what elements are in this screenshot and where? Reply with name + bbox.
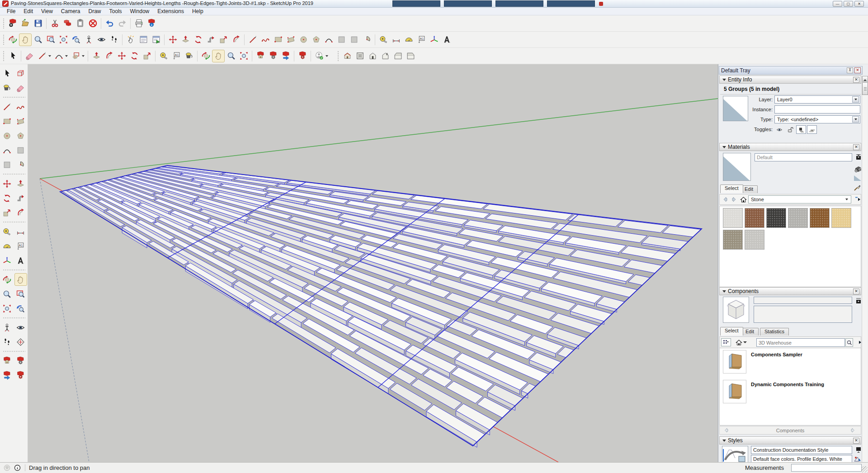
interact-tool-button[interactable] — [124, 33, 137, 46]
line-tool-button[interactable] — [36, 50, 48, 62]
rotate-tool-button[interactable] — [192, 33, 204, 46]
three-d-text-tool-button[interactable] — [440, 33, 453, 46]
dimension-tool-button[interactable] — [14, 225, 27, 238]
eraser-tool-button[interactable] — [14, 81, 27, 94]
undo-tool-button[interactable] — [103, 17, 116, 30]
chevron-down-icon[interactable] — [852, 96, 859, 103]
dimension-tool-button[interactable] — [390, 33, 402, 46]
scroll-up-icon[interactable] — [862, 76, 868, 82]
three-d-warehouse-tool-button[interactable] — [1, 355, 14, 367]
move-tool-button[interactable] — [1, 177, 14, 190]
component-attributes-tool-button[interactable] — [150, 33, 162, 46]
components-tab-select[interactable]: Select — [720, 327, 743, 336]
model-info-tool-button[interactable] — [145, 17, 158, 30]
look-around-tool-button[interactable] — [95, 33, 108, 46]
freehand-tool-button[interactable] — [14, 100, 27, 113]
rectangle-tool-button[interactable] — [272, 33, 284, 46]
style-name-field[interactable] — [751, 446, 852, 454]
rotated-rectangle-tool-button[interactable] — [284, 33, 297, 46]
pager-forward-icon[interactable] — [850, 427, 857, 434]
layer-select[interactable]: Layer0 — [774, 95, 860, 104]
text-tool-button[interactable]: A1 — [170, 50, 183, 62]
position-camera-tool-button[interactable] — [1, 321, 14, 334]
menu-view[interactable]: View — [37, 8, 57, 15]
share-model-tool-button[interactable] — [279, 50, 292, 62]
eraser-tool-button[interactable] — [23, 50, 36, 62]
secondary-pane-icon[interactable] — [855, 297, 862, 305]
freehand-tool-button[interactable] — [259, 33, 272, 46]
view-front-tool-button[interactable] — [366, 50, 379, 62]
style-edit-icon[interactable] — [854, 456, 861, 462]
toggle-receive-shadows-icon[interactable] — [807, 125, 817, 134]
zoom-tool-button[interactable] — [225, 50, 237, 62]
zoom-previous-tool-button[interactable] — [14, 302, 27, 315]
circle-tool-button[interactable] — [1, 129, 14, 142]
instance-field[interactable] — [774, 105, 860, 114]
cut-tool-button[interactable] — [48, 17, 61, 30]
measurements-input[interactable] — [791, 464, 862, 472]
component-folder-icon[interactable] — [723, 380, 746, 404]
scrollbar-thumb[interactable] — [862, 82, 868, 95]
make-component-tool-button[interactable] — [14, 67, 27, 80]
components-search-input[interactable] — [756, 338, 845, 347]
view-right-tool-button[interactable] — [404, 50, 417, 62]
offset-tool-button[interactable] — [103, 50, 115, 62]
entity-info-header[interactable]: Entity Info ✕ — [719, 76, 861, 84]
chevron-down-icon[interactable] — [742, 338, 748, 346]
copy-tool-button[interactable] — [61, 17, 74, 30]
pan-tool-button[interactable] — [14, 273, 27, 286]
toolbar-grip[interactable] — [3, 18, 5, 29]
arc-tool-button[interactable] — [322, 33, 335, 46]
axes-tool-button[interactable] — [428, 33, 440, 46]
new-tool-button[interactable] — [6, 17, 19, 30]
extension-manager-tool-button[interactable] — [296, 50, 309, 62]
tray-close-icon[interactable]: ✕ — [854, 67, 861, 73]
protractor-tool-button[interactable] — [1, 240, 14, 252]
maximize-button[interactable]: ▢ — [844, 1, 853, 7]
section-plane-tool-button[interactable] — [14, 336, 27, 348]
look-around-tool-button[interactable] — [14, 321, 27, 334]
in-model-home-icon[interactable] — [739, 195, 747, 203]
line-dropdown-chevron-icon[interactable] — [48, 55, 51, 57]
pan-tool-button[interactable] — [212, 50, 225, 62]
sample-paint-eyedropper-icon[interactable] — [853, 184, 861, 193]
paint-bucket-tool-button[interactable] — [183, 50, 195, 62]
menu-edit[interactable]: Edit — [19, 8, 37, 15]
orbit-tool-button[interactable] — [199, 50, 212, 62]
material-swatch-brown-speckled-granite[interactable] — [745, 208, 764, 228]
arc-tool-button[interactable] — [52, 50, 65, 62]
extension-manager-tool-button[interactable] — [14, 369, 27, 382]
paint-bucket-tool-button[interactable] — [1, 81, 14, 94]
arc-tool-button[interactable] — [1, 144, 14, 156]
follow-me-tool-button[interactable] — [14, 192, 27, 204]
menu-file[interactable]: File — [3, 8, 19, 15]
view-top-tool-button[interactable] — [354, 50, 366, 62]
details-arrow-icon[interactable] — [853, 195, 861, 203]
position-camera-tool-button[interactable] — [82, 33, 95, 46]
line-tool-button[interactable] — [246, 33, 259, 46]
two-point-arc-tool-button[interactable] — [335, 33, 348, 46]
styles-header[interactable]: Styles ✕ — [719, 436, 861, 445]
select-tool-button[interactable] — [1, 67, 14, 80]
style-description-field[interactable] — [751, 455, 852, 462]
components-close-icon[interactable]: ✕ — [853, 289, 859, 294]
material-swatch-gray-concrete[interactable] — [788, 208, 808, 228]
three-point-arc-tool-button[interactable] — [348, 33, 360, 46]
tray-pin-icon[interactable]: ⊼ — [847, 67, 853, 73]
rectangle-tool-button[interactable] — [1, 115, 14, 128]
styles-close-icon[interactable]: ✕ — [853, 438, 859, 444]
three-point-arc-tool-button[interactable] — [1, 158, 14, 171]
close-button[interactable]: ✕ — [854, 1, 864, 7]
type-select[interactable]: Type: <undefined> — [774, 115, 860, 123]
toolbar-grip[interactable] — [3, 34, 5, 45]
toggle-locked-icon[interactable] — [785, 125, 795, 134]
move-tool-button[interactable] — [115, 50, 128, 62]
share-model-tool-button[interactable] — [1, 369, 14, 382]
zoom-extents-tool-button[interactable] — [57, 33, 70, 46]
protractor-tool-button[interactable] — [402, 33, 415, 46]
toggle-cast-shadows-icon[interactable] — [796, 125, 806, 134]
scale-tool-button[interactable] — [217, 33, 230, 46]
forward-arrow-icon[interactable] — [730, 195, 738, 203]
push-pull-tool-button[interactable] — [179, 33, 192, 46]
redo-tool-button[interactable] — [116, 17, 128, 30]
